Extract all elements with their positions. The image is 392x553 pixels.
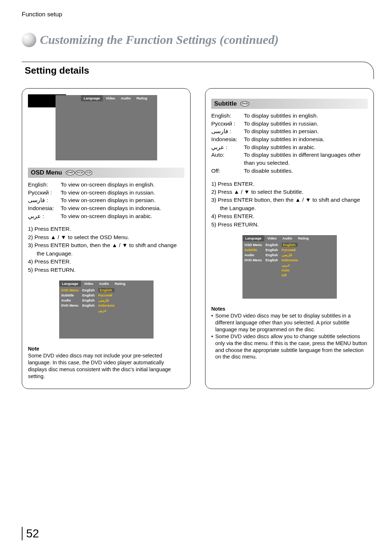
lang-desc: To display subtitles in english.: [244, 112, 318, 120]
lang-term: عربي :: [28, 212, 61, 220]
disc-cd: CD: [85, 170, 93, 175]
osd-item: English: [282, 243, 298, 247]
disc-badges: DVD VCD CD: [66, 170, 92, 175]
osd-item: English: [266, 253, 278, 257]
lang-desc: To display subtitles in persian.: [244, 127, 319, 135]
note-text: Some DVD video discs may not include you…: [28, 352, 184, 380]
step: 3) Press ENTER button, then the ▲ / ▼ to…: [28, 241, 184, 258]
step: 1) Press ENTER.: [211, 180, 368, 188]
lang-desc: To view on-screen displays in russian.: [61, 189, 155, 197]
lang-term: English:: [211, 112, 244, 120]
step: 2) Press ▲ / ▼ to select the Subtitle.: [211, 188, 368, 196]
osd-item: English: [266, 248, 278, 252]
osd-item: Русский: [98, 293, 114, 297]
osd-screen-top: Language Video Audio Rating: [56, 95, 157, 160]
lang-term: Auto:: [211, 151, 244, 167]
lang-desc: To display subtitles in arabic.: [244, 143, 315, 151]
lang-term: Off:: [211, 167, 244, 175]
disc-dvd: DVD: [240, 101, 249, 106]
osd-steps: 1) Press ENTER. 2) Press ▲ / ▼ to select…: [28, 225, 184, 274]
step: 5) Press RETURN.: [211, 221, 368, 229]
right-column: Subtitle DVD English:To display subtitle…: [205, 88, 374, 389]
tab-audio: Audio: [118, 95, 134, 101]
tab-rating: Rating: [112, 280, 128, 287]
left-column: Language Video Audio Rating OSD Menu DVD…: [22, 88, 191, 389]
osd-screen-right: Language Video Audio Rating OSD Menu Sub…: [242, 235, 337, 299]
osd-item: English: [266, 258, 278, 262]
osd-item: عربي: [282, 263, 298, 267]
osd-item: فارسی: [98, 298, 114, 302]
osd-col3: English Русский فارسی Indonesia عربي Aut…: [282, 243, 298, 277]
osd-item: English: [82, 303, 95, 307]
osd-item: Subtitle: [61, 293, 79, 297]
lang-term: English:: [28, 181, 61, 189]
subtitle-language-list: English:To display subtitles in english.…: [211, 112, 368, 175]
osd-menu-heading: OSD Menu: [31, 169, 62, 176]
tab-language: Language: [59, 280, 81, 287]
lang-term: Русский :: [28, 189, 61, 197]
lang-desc: To view on-screen displays in arabic.: [61, 212, 152, 220]
osd-item: Subtitle: [245, 248, 262, 252]
osd-item: Русский: [282, 248, 298, 252]
disc-dvd: DVD: [66, 170, 75, 175]
tab-rating: Rating: [134, 95, 150, 101]
note-item: Some DVD video discs allow you to change…: [215, 333, 368, 360]
note-item: Some DVD video discs may be set to displ…: [215, 312, 368, 333]
osd-screen-bottom-left: Language Video Audio Rating OSD Menu Sub…: [59, 280, 154, 339]
osd-item: عربي: [98, 308, 114, 312]
osd-col1: OSD Menu Subtitle Audio DVD Menu: [245, 243, 262, 277]
tab-language: Language: [242, 235, 265, 241]
lang-desc: To display subtitles in indonesia.: [244, 135, 324, 143]
osd-item: Audio: [245, 253, 262, 257]
page-title: Customizing the Function Settings (conti…: [40, 33, 279, 47]
lang-term: Indonesia:: [28, 204, 61, 212]
osd-language-list: English:To view on-screen displays in en…: [28, 181, 184, 220]
osd-item: OSD Menu: [245, 243, 262, 247]
osd-item: Audio: [61, 298, 79, 302]
osd-item: Indonesia: [282, 258, 298, 262]
step: 2) Press ▲ / ▼ to select the OSD Menu.: [28, 233, 184, 241]
osd-item: English: [266, 243, 278, 247]
lang-term: فارسی :: [28, 196, 61, 204]
section-heading: Setting details: [22, 62, 374, 79]
notes-list: Some DVD video discs may be set to displ…: [211, 312, 368, 360]
osd-col1: OSD Menu Subtitle Audio DVD Menu: [61, 288, 79, 312]
sphere-icon: [22, 33, 36, 47]
lang-desc: To disable subtitles.: [244, 167, 293, 175]
osd-menu-heading-row: OSD Menu DVD VCD CD: [28, 168, 184, 178]
page-title-row: Customizing the Function Settings (conti…: [22, 33, 374, 47]
step: 1) Press ENTER.: [28, 225, 184, 233]
osd-item: Off: [282, 273, 298, 277]
lang-term: Indonesia:: [211, 135, 244, 143]
lang-desc: To display subtitles in russian.: [244, 120, 318, 128]
page-number: 52: [22, 527, 39, 540]
tab-language: Language: [81, 95, 103, 101]
lang-desc: To view on-screen displays in english.: [61, 181, 155, 189]
tab-video: Video: [81, 280, 96, 287]
osd-item: English: [82, 298, 95, 302]
subtitle-heading-row: Subtitle DVD: [211, 99, 368, 109]
tab-video: Video: [103, 95, 118, 101]
note-heading: Note: [28, 346, 184, 352]
lang-desc: To view on-screen displays in indonesia.: [61, 204, 161, 212]
osd-col3: English Русский فارسی Indonesia عربي: [98, 288, 114, 312]
subtitle-steps: 1) Press ENTER. 2) Press ▲ / ▼ to select…: [211, 180, 368, 229]
tab-rating: Rating: [295, 235, 312, 241]
disc-vcd: VCD: [75, 170, 85, 175]
lang-desc: To display subtitles in different langua…: [244, 151, 368, 167]
osd-item: فارسی: [282, 253, 298, 257]
lang-term: فارسی :: [211, 127, 244, 135]
osd-item: DVD Menu: [61, 303, 79, 307]
subtitle-heading: Subtitle: [214, 100, 237, 107]
osd-item: Indonesia: [98, 303, 114, 307]
lang-desc: To view on-screen displays in persian.: [61, 196, 155, 204]
disc-badges: DVD: [240, 101, 249, 106]
osd-item: English: [82, 288, 95, 292]
step: 4) Press ENTER.: [211, 212, 368, 220]
osd-item: DVD Menu: [245, 258, 262, 262]
osd-col2: English English English English: [82, 288, 95, 312]
step: 3) Press ENTER button, then the ▲ / ▼ to…: [211, 196, 368, 212]
lang-term: عربي :: [211, 143, 244, 151]
step: 5) Press RETURN.: [28, 266, 184, 274]
osd-item: English: [98, 288, 114, 292]
